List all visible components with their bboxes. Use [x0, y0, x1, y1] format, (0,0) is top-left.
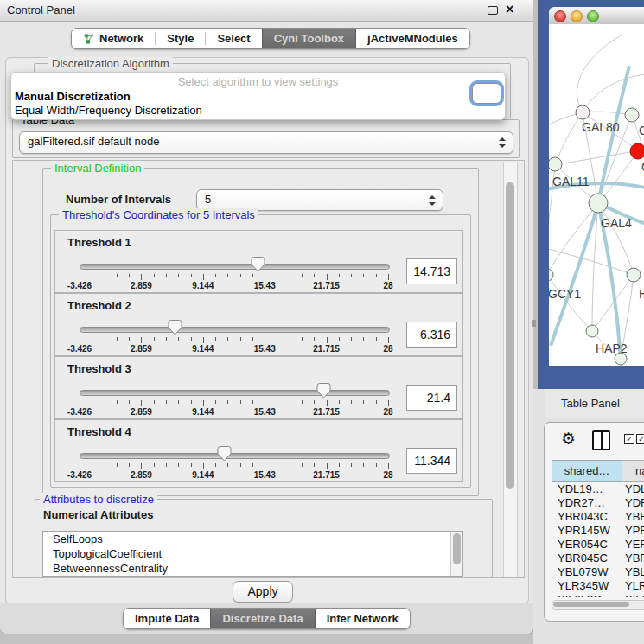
close-traffic-light-icon[interactable] — [554, 10, 566, 22]
threshold-value-field[interactable]: 14.713 — [406, 258, 457, 284]
slider-track[interactable] — [80, 453, 390, 459]
tab-network[interactable]: Network — [72, 29, 155, 48]
threshold-value-field[interactable]: 6.316 — [406, 322, 457, 348]
network-node[interactable] — [615, 353, 627, 365]
panel-splitter-handle[interactable] — [532, 320, 536, 327]
threshold-value-field[interactable]: 11.344 — [406, 448, 457, 474]
float-window-icon[interactable] — [488, 6, 498, 15]
threshold-panel: Threshold 4-3.4262.8599.14415.4321.71528… — [54, 419, 463, 482]
numerical-attributes-list[interactable]: SelfLoopsTopologicalCoefficientBetweenne… — [42, 531, 463, 577]
network-window-titlebar[interactable] — [549, 7, 644, 25]
network-edge[interactable] — [549, 275, 592, 331]
table-horizontal-scrollbar[interactable] — [552, 600, 644, 610]
select-all-checkbox-icon[interactable]: ✓ — [624, 434, 634, 444]
slider-tick-label: 9.144 — [182, 407, 224, 417]
table-row[interactable]: YPR145WYPR1 — [552, 524, 644, 538]
cell-name: YBR0 — [625, 510, 644, 523]
tab-style[interactable]: Style — [156, 29, 205, 48]
node-table[interactable]: shared… na YDL19…YDL1YDR27…YDR2YBR043CYB… — [552, 460, 644, 598]
attribute-list-item[interactable]: SelfLoops — [43, 532, 462, 546]
select-none-checkbox-icon[interactable]: ✓ — [636, 434, 644, 444]
network-node[interactable] — [586, 325, 598, 337]
slider-track[interactable] — [80, 390, 390, 396]
slider-tick-label: 9.144 — [182, 281, 224, 290]
network-node[interactable] — [625, 108, 639, 122]
slider-tick — [363, 337, 364, 341]
network-edge[interactable] — [577, 35, 622, 112]
scrollbar-thumb[interactable] — [453, 533, 461, 564]
tab-select[interactable]: Select — [206, 29, 261, 48]
slider-tick-label: 15.43 — [244, 407, 285, 417]
network-node[interactable] — [549, 269, 553, 281]
network-edge[interactable] — [598, 203, 634, 275]
slider-tick — [376, 274, 377, 277]
slider-tick — [277, 463, 277, 467]
apply-button[interactable]: Apply — [233, 581, 293, 603]
network-node[interactable] — [576, 105, 590, 119]
table-data-combobox-value: galFiltered.sif default node — [28, 135, 159, 148]
minimize-traffic-light-icon[interactable] — [571, 10, 583, 22]
table-row[interactable]: YDR27…YDR2 — [552, 496, 644, 510]
tab-discretize-data[interactable]: Discretize Data — [210, 609, 315, 628]
attribute-list-item[interactable]: TopologicalCoefficient — [43, 546, 462, 561]
network-edge[interactable] — [555, 151, 638, 164]
network-canvas[interactable]: GAL80GACGAL11GAL4GCY1HHAP2 — [549, 24, 644, 366]
show-columns-icon[interactable] — [592, 430, 610, 450]
slider-tick — [141, 274, 142, 280]
cell-name: YLR3 — [625, 579, 644, 592]
attribute-list-item[interactable]: BetweennessCentrality — [43, 561, 462, 576]
table-panel-header[interactable]: Table Panel — [545, 389, 644, 418]
slider-tick-label: 28 — [367, 407, 409, 417]
tab-infer-network[interactable]: Infer Network — [316, 609, 410, 628]
slider-tick-label: 15.43 — [244, 281, 285, 290]
network-node[interactable] — [549, 157, 562, 171]
zoom-traffic-light-icon[interactable] — [587, 10, 599, 22]
table-row[interactable]: YIL052CYIL0 — [552, 593, 644, 597]
table-row[interactable]: YER054CYER0 — [552, 538, 644, 552]
slider-tick — [178, 274, 179, 277]
table-row[interactable]: YLR345WYLR3 — [552, 579, 644, 593]
column-header-name[interactable]: na — [622, 460, 644, 482]
cell-name: YER0 — [625, 538, 644, 551]
slider-track[interactable] — [80, 327, 390, 333]
slider-tick-label: -3.426 — [59, 470, 100, 480]
table-data-combobox[interactable]: galFiltered.sif default node — [19, 131, 513, 154]
table-row[interactable]: YDL19…YDL1 — [552, 482, 644, 496]
column-header-shared-name[interactable]: shared… — [552, 460, 622, 482]
slider-tick — [178, 463, 179, 467]
settings-vertical-scrollbar[interactable] — [503, 162, 518, 577]
slider-tick — [92, 463, 92, 467]
tab-jactivemnodules[interactable]: jActiveMNodules — [356, 29, 469, 48]
tab-impute-data[interactable]: Impute Data — [124, 609, 210, 628]
close-icon[interactable]: × — [506, 1, 513, 18]
network-node[interactable] — [589, 194, 608, 213]
slider-thumb[interactable] — [217, 446, 232, 462]
slider-thumb[interactable] — [316, 383, 331, 399]
gear-icon[interactable]: ⚙ — [561, 429, 576, 448]
table-row[interactable]: YBL079WYBL0 — [552, 565, 644, 579]
slider-tick — [141, 463, 142, 469]
network-node[interactable] — [627, 268, 641, 282]
popup-item-equal-width-frequency[interactable]: Equal Width/Frequency Discretization — [15, 104, 202, 117]
network-edge[interactable] — [583, 112, 632, 115]
table-row[interactable]: YBR043CYBR0 — [552, 510, 644, 524]
network-edge[interactable] — [551, 203, 598, 346]
slider-track[interactable] — [80, 264, 390, 270]
control-panel-titlebar[interactable]: Control Panel × — [0, 0, 533, 22]
tab-cyni-toolbox[interactable]: Cyni Toolbox — [262, 29, 356, 48]
algorithm-combobox-focus-ring[interactable] — [472, 83, 501, 104]
popup-item-manual-discretization[interactable]: Manual Discretization — [15, 90, 131, 103]
slider-tick — [80, 463, 80, 469]
table-row[interactable]: YBR045CYBR0 — [552, 552, 644, 565]
slider-thumb[interactable] — [168, 320, 182, 335]
network-edge[interactable] — [583, 74, 644, 112]
slider-tick — [302, 337, 303, 341]
scrollbar-thumb[interactable] — [553, 602, 629, 607]
scrollbar-thumb[interactable] — [506, 182, 514, 489]
network-edge[interactable] — [549, 203, 598, 275]
slider-thumb[interactable] — [251, 257, 265, 272]
network-node[interactable] — [630, 143, 644, 159]
attributes-list-scrollbar[interactable] — [450, 532, 462, 576]
threshold-value-field[interactable]: 21.4 — [406, 385, 457, 411]
cell-shared-name: YDR27… — [558, 496, 605, 509]
